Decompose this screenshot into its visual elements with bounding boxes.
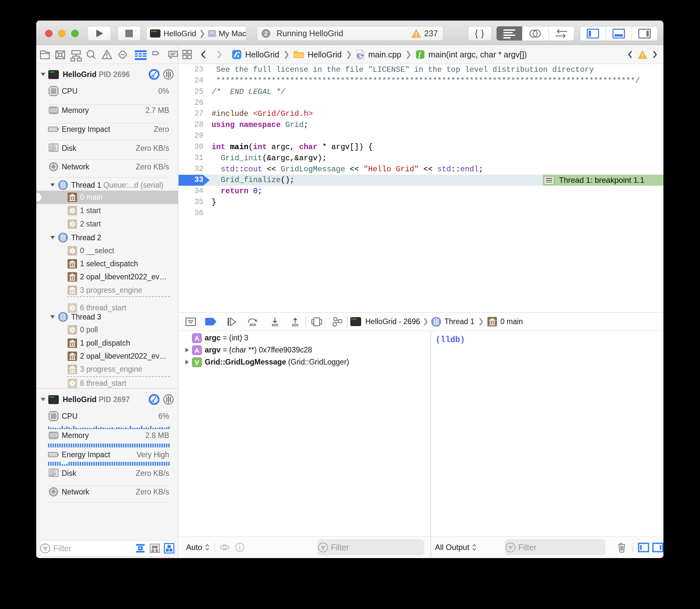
svg-text:C⁺⁺: C⁺⁺ xyxy=(358,54,364,58)
